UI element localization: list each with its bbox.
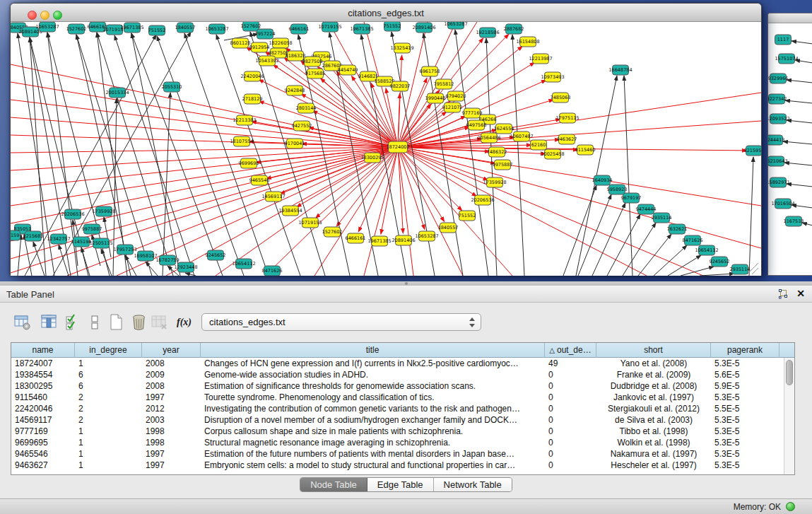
select-all-rows-button[interactable]: [64, 313, 83, 332]
tab-network-table[interactable]: Network Table: [434, 478, 512, 492]
graph-node-label: 9175685: [305, 71, 326, 76]
graph-node-label: 17359928: [92, 209, 115, 214]
table-panel-title: Table Panel: [6, 289, 54, 300]
table-cell: Dudbridge et al. (2008): [596, 380, 711, 392]
table-cell: 5.3E-5: [711, 448, 779, 460]
float-window-icon[interactable]: [777, 288, 789, 300]
delete-table-button-disabled[interactable]: [150, 313, 169, 332]
table-cell: 1: [75, 437, 142, 448]
graph-node-label: 16210643: [768, 158, 788, 164]
graph-node-label: 10719155: [298, 220, 322, 226]
column-header-name[interactable]: name: [11, 343, 75, 358]
graph-node-label: 10653287: [444, 22, 467, 27]
table-row[interactable]: 1938455462009Genome-wide association stu…: [11, 369, 794, 380]
table-cell: Hescheler et al. (1997): [596, 460, 711, 471]
graph-node-label: 12213987: [529, 56, 552, 62]
column-header-in-degree[interactable]: in_degree: [75, 343, 142, 358]
table-cell: 5.3E-5: [711, 358, 779, 369]
select-spinner-icon: [469, 317, 476, 328]
graph-node-label: 19671385: [120, 25, 143, 30]
delete-column-trash-button[interactable]: [129, 313, 148, 332]
table-row[interactable]: 1872400712008Changes of HCN gene express…: [11, 358, 794, 369]
background-window-titlebar[interactable]: [768, 13, 812, 23]
graph-node-label: 1244413: [768, 137, 784, 143]
manage-table-button[interactable]: [13, 313, 32, 332]
function-builder-button[interactable]: f(x): [175, 313, 194, 332]
graph-node-label: 9679197: [621, 195, 642, 201]
table-row[interactable]: 911546021997Tourette syndrome. Phenomeno…: [11, 392, 794, 403]
tab-edge-table[interactable]: Edge Table: [367, 478, 434, 492]
table-cell: 2: [75, 414, 142, 426]
table-cell: 0: [545, 369, 596, 380]
graph-node-label: 9115460: [575, 147, 596, 153]
graph-node-label: 19671385: [367, 238, 391, 244]
column-header-year[interactable]: year: [142, 343, 201, 358]
network-table-select[interactable]: citations_edges.txt: [201, 313, 481, 331]
table-cell: 1: [75, 460, 142, 471]
table-cell: 18724007: [11, 358, 75, 369]
table-header-row: namein_degreeyeartitle△out_de…shortpager…: [11, 343, 794, 358]
graph-node-label: 7957224: [255, 31, 276, 37]
show-columns-button[interactable]: [40, 313, 59, 332]
graph-node-label: 12093522: [768, 116, 790, 122]
table-cell: 19384554: [11, 369, 75, 380]
column-header-title[interactable]: title: [201, 343, 545, 358]
tab-node-table[interactable]: Node Table: [300, 478, 367, 492]
graph-node-label: 9474444: [636, 206, 657, 212]
column-header-short[interactable]: short: [596, 343, 711, 358]
graph-node-label: 1527602: [66, 26, 87, 32]
graph-node-label: 9822037: [390, 83, 411, 89]
sort-ascending-icon: △: [549, 346, 555, 354]
graph-node-label: 2803144: [296, 105, 317, 111]
table-cell: 9115460: [11, 392, 75, 403]
close-panel-icon[interactable]: ✕: [796, 288, 805, 299]
graph-node-label: 10654112: [232, 261, 255, 267]
table-cell: Estimation of the future numbers of pati…: [201, 448, 545, 460]
new-column-button[interactable]: [107, 313, 126, 332]
table-cell: 5.5E-5: [711, 403, 779, 414]
table-cell: 5.3E-5: [711, 392, 779, 403]
graph-node-label: 62160: [531, 142, 546, 148]
column-header-pagerank[interactable]: pagerank: [711, 343, 779, 358]
graph-node-label: 16782759: [155, 257, 179, 263]
background-network-window[interactable]: 1117157510749329966922734212093522124441…: [767, 13, 812, 276]
table-cell: 2: [75, 392, 142, 403]
graph-node-label: 18724007: [386, 144, 409, 150]
network-window-titlebar[interactable]: citations_edges.txt: [11, 4, 761, 22]
memory-status-label: Memory: OK: [734, 502, 781, 512]
graph-node-label: 9975887: [82, 226, 102, 232]
table-row[interactable]: 1830029562008Estimation of significance …: [11, 380, 794, 392]
unselect-all-rows-button[interactable]: [86, 313, 105, 332]
table-row[interactable]: 1456911722003Disruption of a novel membe…: [11, 414, 794, 426]
graph-node-label: 9975887: [493, 162, 513, 168]
window-title: citations_edges.txt: [11, 8, 761, 18]
table-row[interactable]: 977716911998Corpus callosum shape and si…: [11, 426, 794, 437]
graph-node-label: 9242848: [285, 88, 305, 93]
table-panel-header: Table Panel ✕: [0, 286, 812, 303]
scrollbar-thumb[interactable]: [786, 360, 793, 385]
table-row[interactable]: 946554611997Estimation of the future num…: [11, 448, 794, 460]
graph-node-label: 8186328: [286, 53, 306, 59]
graph-node-label: 20206536: [471, 197, 494, 203]
vertical-scrollbar[interactable]: [784, 358, 794, 474]
table-cell: 1: [75, 358, 142, 369]
table-row[interactable]: 969969511998Structural magnetic resonanc…: [11, 437, 794, 448]
graph-node-label: 16154808: [516, 39, 539, 45]
table-cell: 2012: [142, 403, 201, 414]
graph-node-label: 1145194: [71, 239, 92, 245]
table-cell: 1: [75, 426, 142, 437]
table-cell: 6: [75, 369, 142, 380]
column-header-out-de-[interactable]: △out_de…: [545, 343, 596, 358]
graph-node-label: 2935114: [730, 267, 751, 272]
graph-node-label: 7485063: [551, 95, 571, 100]
table-cell: Genome-wide association studies in ADHD.: [201, 369, 545, 380]
table-row[interactable]: 2242004622012Investigating the contribut…: [11, 403, 794, 414]
graph-node-label: 1215683: [23, 233, 44, 239]
graph-node-label: 10654112: [695, 247, 718, 253]
table-row[interactable]: 946362711997Embryonic stem cells: a mode…: [11, 460, 794, 471]
network-canvas[interactable]: 8601128891295418226058982750981863281054…: [11, 22, 761, 276]
graph-node-label: 7955812: [434, 81, 454, 87]
table-cell: 0: [545, 437, 596, 448]
graph-node-label: 8215955: [744, 148, 761, 153]
table-cell: 18300295: [11, 380, 75, 392]
